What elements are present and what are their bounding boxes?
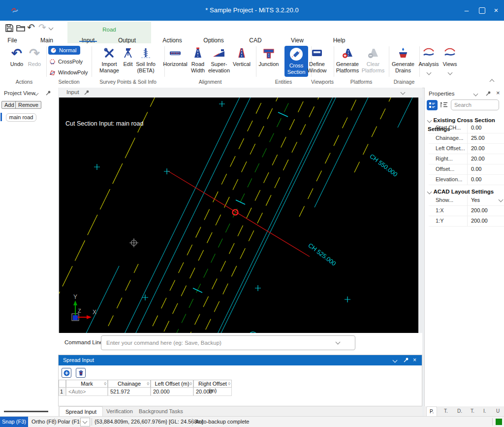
- menu-output[interactable]: Output: [118, 37, 136, 44]
- maximize-button[interactable]: [479, 7, 485, 14]
- qat-customize-icon[interactable]: [49, 26, 54, 31]
- property-row[interactable]: Elevation...0.00: [429, 174, 504, 185]
- property-row[interactable]: Right...20.00: [429, 154, 504, 164]
- col-header-right-offset[interactable]: Right Offset (m)◊: [193, 380, 232, 388]
- chevron-down-icon: [447, 70, 452, 75]
- col-header-chainage[interactable]: Chainage◊: [108, 380, 151, 388]
- cell-mark[interactable]: <Auto>: [66, 388, 108, 396]
- snap-toggle[interactable]: Snap (F3): [0, 417, 28, 427]
- open-folder-icon[interactable]: [16, 23, 26, 33]
- side-tab-t2[interactable]: T.: [468, 406, 477, 416]
- remove-button[interactable]: Remove: [15, 101, 41, 109]
- add-row-button[interactable]: [62, 368, 71, 378]
- group-caption-viewports: Viewports: [311, 79, 334, 85]
- horizontal-scrollbar[interactable]: [4, 411, 48, 412]
- cell-chainage[interactable]: 521.972: [108, 388, 151, 396]
- save-icon[interactable]: [4, 23, 14, 33]
- side-tab-p[interactable]: P.: [426, 406, 437, 417]
- minimize-button[interactable]: –: [462, 6, 472, 14]
- spread-input-title-bar: Spread Input ×: [59, 355, 422, 365]
- generate-platforms-button[interactable]: GeneratePlatforms: [334, 45, 361, 74]
- properties-search-input[interactable]: [451, 99, 499, 110]
- menu-options[interactable]: Options: [203, 37, 223, 44]
- close-button[interactable]: ×: [491, 6, 501, 14]
- categorized-view-button[interactable]: [427, 100, 438, 110]
- vertical-alignment-button[interactable]: Vertical: [228, 45, 255, 67]
- chevron-down-icon[interactable]: [393, 358, 398, 363]
- delete-row-button[interactable]: [76, 368, 86, 378]
- chevron-down-icon[interactable]: [401, 90, 406, 95]
- add-button[interactable]: Add: [1, 101, 17, 109]
- cad-viewport[interactable]: Y X Z Cut Section Input: main road CH 55…: [59, 98, 418, 333]
- sort-icon[interactable]: ◊: [190, 380, 192, 387]
- cross-poly-icon: [49, 59, 56, 65]
- side-tab-d[interactable]: D.: [454, 406, 465, 416]
- sort-icon[interactable]: ◊: [147, 380, 149, 387]
- close-icon[interactable]: ×: [496, 89, 500, 97]
- gauge-icon: [50, 47, 57, 54]
- chevron-down-icon[interactable]: [473, 92, 478, 97]
- property-row[interactable]: 1:X200.00: [429, 205, 504, 216]
- menu-input[interactable]: Input: [82, 37, 95, 44]
- side-tab-u[interactable]: U: [493, 406, 503, 416]
- menu-file[interactable]: File: [7, 37, 17, 44]
- selection-crosspoly-button[interactable]: CrossPoly: [49, 57, 83, 66]
- alphabetical-view-icon: [441, 101, 448, 108]
- polar-dropdown[interactable]: [80, 418, 90, 427]
- close-icon[interactable]: ×: [413, 355, 416, 365]
- alphabetical-view-button[interactable]: [440, 100, 449, 110]
- menu-cad[interactable]: CAD: [249, 37, 261, 44]
- define-window-button[interactable]: DefineWindow: [303, 45, 331, 74]
- selection-normal-button[interactable]: Normal: [48, 46, 80, 55]
- status-bar: Snap (F3) Ortho (F8) Polar (F10) {53,884…: [0, 416, 504, 427]
- property-row[interactable]: Start CH...0.00: [429, 123, 504, 133]
- property-row[interactable]: Chainage...25.00: [429, 133, 504, 144]
- property-row[interactable]: Offset...0.00: [429, 164, 504, 175]
- property-row[interactable]: 1:Y200.00: [429, 216, 504, 227]
- col-header-left-offset[interactable]: Left Offset (m)◊: [151, 380, 193, 388]
- col-header-mark[interactable]: Mark◊: [66, 380, 108, 388]
- pin-icon[interactable]: [84, 90, 90, 96]
- chainage-tick-marks: [193, 112, 288, 293]
- tree-item-main-road[interactable]: main road: [6, 113, 36, 122]
- command-line-input[interactable]: [101, 335, 355, 350]
- mits-logo-icon: [422, 47, 435, 59]
- tab-input[interactable]: Input: [66, 89, 79, 95]
- side-tab-i[interactable]: I.: [480, 406, 489, 416]
- menu-actions[interactable]: Actions: [162, 37, 182, 44]
- group-caption-survey: Survey Points & Soil Info: [99, 79, 157, 85]
- tab-spread-input[interactable]: Spread Input: [59, 406, 103, 417]
- property-row-dropdown[interactable]: Show...Yes: [429, 195, 504, 206]
- pin-icon[interactable]: [403, 357, 409, 363]
- selection-windowpoly-button[interactable]: WindowPoly: [49, 68, 88, 77]
- cell-left-offset[interactable]: 20.000: [151, 388, 193, 396]
- sort-icon[interactable]: ◊: [104, 380, 106, 387]
- super-elevation-icon: [213, 47, 225, 60]
- menu-main[interactable]: Main: [40, 37, 53, 44]
- menu-view[interactable]: View: [291, 37, 304, 44]
- cell-right-offset[interactable]: 20.000: [193, 388, 232, 396]
- sort-icon[interactable]: ◊: [228, 380, 230, 387]
- cursor-coordinates: {53,884.809m, 226,607.976m} [GL: 24.568m…: [94, 419, 203, 425]
- group-header-acad-layout-settings[interactable]: ACAD Layout Settings: [428, 187, 494, 196]
- pin-icon[interactable]: [45, 90, 51, 96]
- soil-info-button[interactable]: Soil Info(BETA): [132, 45, 159, 74]
- cut-section-line[interactable]: [168, 171, 310, 257]
- undo-quick-icon[interactable]: ↶: [27, 22, 35, 33]
- chevron-down-icon: [427, 118, 432, 123]
- generate-drains-button[interactable]: GenerateDrains: [389, 45, 417, 74]
- side-tab-t1[interactable]: T.: [441, 406, 451, 416]
- pin-icon[interactable]: [485, 91, 491, 97]
- menu-help[interactable]: Help: [333, 37, 346, 44]
- ribbon-collapse-icon[interactable]: [490, 79, 495, 84]
- survey-boundary-line: [59, 98, 194, 333]
- ortho-toggle[interactable]: Ortho (F8): [32, 419, 57, 425]
- property-row[interactable]: Left Offset...20.00: [429, 143, 504, 154]
- svg-text:X: X: [93, 309, 96, 316]
- svg-text:Z: Z: [78, 308, 81, 314]
- chevron-down-icon[interactable]: [499, 197, 504, 202]
- views-button[interactable]: Views: [436, 45, 464, 76]
- junction-button[interactable]: Junction: [255, 45, 283, 67]
- tab-background-tasks[interactable]: Background Tasks: [133, 406, 189, 416]
- autobackup-message: Auto-backup complete: [195, 419, 249, 425]
